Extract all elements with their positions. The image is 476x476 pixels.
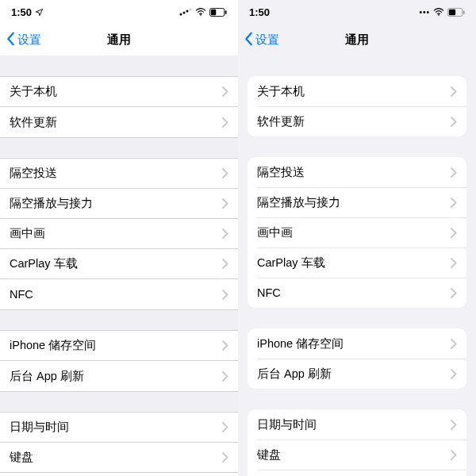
row-pip[interactable]: 画中画 [0, 219, 238, 249]
section-gap [0, 56, 238, 76]
chevron-right-icon [451, 86, 457, 97]
settings-group: iPhone 储存空间 后台 App 刷新 [0, 330, 238, 391]
row-label: 后台 App 刷新 [10, 369, 84, 384]
chevron-right-icon [451, 167, 457, 178]
chevron-right-icon [222, 86, 228, 97]
nav-bar: 设置 通用 [238, 24, 476, 56]
nav-back-label: 设置 [17, 33, 41, 48]
row-label: NFC [257, 286, 281, 299]
row-label: 后台 App 刷新 [257, 367, 332, 382]
svg-point-2 [186, 10, 189, 13]
row-date-time[interactable]: 日期与时间 [0, 413, 238, 443]
row-date-time[interactable]: 日期与时间 [248, 409, 466, 440]
row-label: 关于本机 [10, 84, 57, 99]
row-fonts[interactable]: 字体 [248, 470, 466, 476]
nav-back-button[interactable]: 设置 [6, 32, 41, 48]
settings-group: 日期与时间 键盘 字体 [248, 409, 466, 476]
row-label: 隔空播放与接力 [10, 196, 93, 211]
row-iphone-storage[interactable]: iPhone 储存空间 [248, 328, 466, 359]
chevron-left-icon [244, 32, 254, 48]
chevron-right-icon [451, 288, 457, 298]
svg-point-8 [438, 14, 440, 16]
svg-point-1 [183, 12, 186, 14]
row-airdrop[interactable]: 隔空投送 [0, 159, 238, 189]
chevron-right-icon [451, 450, 457, 460]
row-label: 画中画 [10, 226, 45, 241]
nav-bar: 设置 通用 [0, 24, 238, 56]
row-keyboard[interactable]: 键盘 [248, 440, 466, 470]
row-label: 隔空播放与接力 [257, 195, 340, 210]
svg-rect-6 [225, 10, 227, 14]
row-iphone-storage[interactable]: iPhone 储存空间 [0, 331, 238, 361]
chevron-right-icon [222, 168, 228, 178]
status-left: 1:50 [11, 6, 44, 18]
status-left: 1:50 [249, 6, 270, 18]
row-background-refresh[interactable]: 后台 App 刷新 [248, 359, 466, 389]
row-label: 隔空投送 [10, 166, 57, 181]
location-icon [35, 8, 44, 17]
row-label: 软件更新 [257, 114, 305, 129]
row-label: 画中画 [257, 225, 293, 240]
chevron-right-icon [222, 198, 228, 209]
row-nfc[interactable]: NFC [0, 279, 238, 309]
chevron-right-icon [222, 422, 228, 432]
svg-rect-7 [211, 9, 216, 14]
chevron-right-icon [222, 259, 228, 269]
section-gap [238, 56, 476, 76]
row-carplay[interactable]: CarPlay 车载 [0, 249, 238, 279]
row-label: 软件更新 [10, 115, 57, 130]
chevron-right-icon [222, 117, 228, 128]
row-software-update[interactable]: 软件更新 [248, 106, 466, 136]
settings-group: 隔空投送 隔空播放与接力 画中画 CarPlay 车载 NFC [0, 158, 238, 309]
settings-group: 隔空投送 隔空播放与接力 画中画 CarPlay 车载 NFC [248, 157, 466, 308]
row-airplay-handoff[interactable]: 隔空播放与接力 [248, 187, 466, 217]
chevron-right-icon [451, 369, 457, 379]
row-fonts[interactable]: 字体 [0, 473, 238, 476]
row-label: NFC [10, 288, 33, 301]
row-carplay[interactable]: CarPlay 车载 [248, 248, 466, 278]
row-label: 日期与时间 [10, 420, 69, 435]
row-software-update[interactable]: 软件更新 [0, 107, 238, 137]
battery-icon [447, 8, 465, 17]
chevron-right-icon [222, 340, 228, 351]
row-nfc[interactable]: NFC [248, 278, 466, 308]
row-airdrop[interactable]: 隔空投送 [248, 157, 466, 187]
row-pip[interactable]: 画中画 [248, 217, 466, 248]
row-label: 键盘 [257, 447, 281, 463]
row-label: 键盘 [10, 450, 33, 465]
chevron-right-icon [451, 258, 457, 268]
status-right [179, 8, 227, 17]
settings-group: 关于本机 软件更新 [248, 76, 466, 136]
panel-right-ios-inset: 1:50 ••• 设置 通用 关于本机 软件更新 隔空投送 [238, 0, 476, 476]
settings-group: 日期与时间 键盘 字体 语言与地区 [0, 412, 238, 476]
nav-title: 通用 [107, 33, 131, 48]
chevron-right-icon [222, 290, 228, 300]
chevron-right-icon [451, 117, 457, 127]
row-label: CarPlay 车载 [10, 256, 78, 271]
chevron-right-icon [451, 198, 457, 208]
status-bar: 1:50 ••• [238, 0, 476, 24]
content-left: 关于本机 软件更新 隔空投送 隔空播放与接力 画中画 CarPlay 车载 NF… [0, 56, 238, 476]
content-right: 关于本机 软件更新 隔空投送 隔空播放与接力 画中画 CarPlay 车载 NF… [238, 56, 476, 476]
status-time: 1:50 [249, 6, 270, 18]
row-keyboard[interactable]: 键盘 [0, 443, 238, 473]
row-about[interactable]: 关于本机 [248, 76, 466, 106]
chevron-right-icon [222, 228, 228, 239]
ellipsis-icon: ••• [419, 8, 430, 17]
nav-back-label: 设置 [255, 33, 279, 48]
row-about[interactable]: 关于本机 [0, 77, 238, 107]
svg-rect-11 [449, 9, 455, 14]
row-label: iPhone 储存空间 [257, 336, 344, 351]
svg-point-3 [190, 9, 192, 11]
row-background-refresh[interactable]: 后台 App 刷新 [0, 361, 238, 391]
row-label: CarPlay 车载 [257, 255, 325, 271]
chevron-right-icon [451, 228, 457, 238]
settings-group: iPhone 储存空间 后台 App 刷新 [248, 328, 466, 389]
section-gap [0, 309, 238, 330]
settings-group: 关于本机 软件更新 [0, 76, 238, 137]
row-airplay-handoff[interactable]: 隔空播放与接力 [0, 189, 238, 219]
svg-point-0 [180, 13, 182, 16]
panel-left-ios-flat: 1:50 设置 通用 关于本机 [0, 0, 238, 476]
nav-back-button[interactable]: 设置 [244, 32, 279, 48]
wifi-icon [433, 8, 444, 16]
